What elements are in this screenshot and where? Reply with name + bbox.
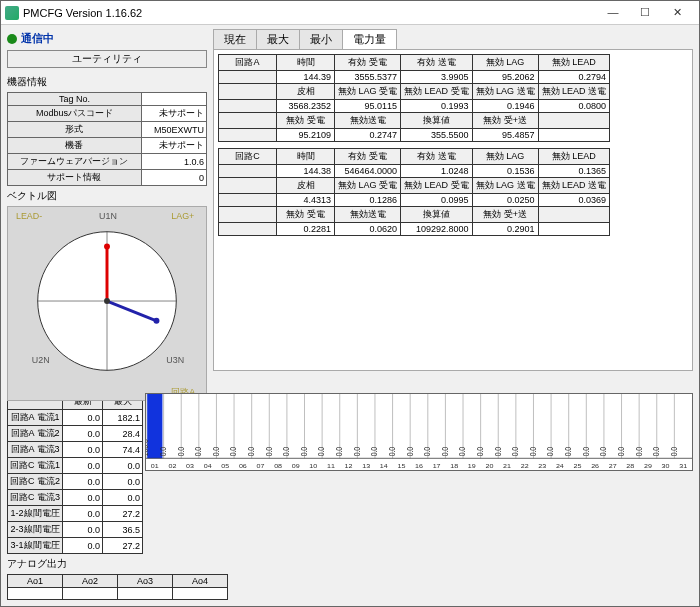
value-cell: 0.0995: [401, 194, 473, 207]
main-tabs: 現在最大最小電力量: [213, 29, 693, 49]
sub-header: 無効 LEAD 送電: [538, 178, 610, 194]
vector-label: ベクトル図: [7, 188, 207, 204]
harm-latest: 0.0: [63, 506, 103, 522]
info-val: 0: [141, 170, 206, 186]
sub-header: 無効 受+送: [472, 113, 538, 129]
bar-value: 0.0: [176, 447, 186, 456]
tab-現在[interactable]: 現在: [213, 29, 257, 49]
value-cell: 355.5500: [401, 129, 473, 142]
harm-max: 27.2: [103, 538, 143, 554]
bar-value: 0.0: [528, 447, 538, 456]
ao-value: [63, 588, 118, 600]
sub-header: [538, 113, 610, 129]
bar-value: 0.0: [493, 447, 503, 456]
harm-max: 0.0: [103, 474, 143, 490]
sub-header: 無効 受+送: [472, 207, 538, 223]
ao-value: [8, 588, 63, 600]
ao-value: [173, 588, 228, 600]
bar-category: 23: [538, 463, 546, 469]
harm-latest: 0.0: [63, 442, 103, 458]
value-cell: 546464.0000: [335, 165, 401, 178]
sub-header: 無効送電: [335, 113, 401, 129]
value-cell: 0.1286: [335, 194, 401, 207]
bar-category: 08: [274, 463, 282, 469]
close-button[interactable]: ✕: [667, 6, 687, 19]
info-key: ファームウェアバージョン: [8, 154, 142, 170]
col-header: 時間: [277, 55, 335, 71]
bar-category: 30: [662, 463, 670, 469]
col-header: 無効 LAG: [472, 55, 538, 71]
value-cell: 144.38: [277, 165, 335, 178]
bar-category: 15: [397, 463, 405, 469]
sub-header: 無効 LAG 受電: [335, 84, 401, 100]
bar-category: 04: [204, 463, 212, 469]
bar-category: 11: [327, 463, 335, 469]
value-cell: 144.39: [277, 71, 335, 84]
harm-row-label: 2-3線間電圧: [8, 522, 63, 538]
value-cell: 0.1946: [472, 100, 538, 113]
bar-value: 0.0: [651, 447, 661, 456]
maximize-button[interactable]: ☐: [635, 6, 655, 19]
main-content: 回路A時間有効 受電有効 送電無効 LAG無効 LEAD144.393555.5…: [213, 49, 693, 371]
value-cell: 1.0248: [401, 165, 473, 178]
bar-value: 0.0: [264, 447, 274, 456]
row-spacer: [219, 194, 277, 207]
tab-電力量[interactable]: 電力量: [342, 29, 397, 49]
sub-header: 無効 受電: [277, 207, 335, 223]
lag-label: LAG+: [171, 211, 194, 221]
sub-header: 無効 LAG 送電: [472, 178, 538, 194]
harm-latest: 0.0: [63, 474, 103, 490]
sub-header: 換算値: [401, 113, 473, 129]
sub-header: 皮相: [277, 178, 335, 194]
value-cell: 0.1365: [538, 165, 610, 178]
bar-value: 0.0: [246, 447, 256, 456]
comm-status-dot: [7, 34, 17, 44]
bar-category: 10: [309, 463, 317, 469]
info-key: Tag No.: [8, 93, 142, 106]
app-window: PMCFG Version 1.16.62 — ☐ ✕ 通信中 ユーティリティ …: [0, 0, 700, 607]
bar-value: 100.0: [146, 439, 151, 456]
sub-header: 無効 受電: [277, 113, 335, 129]
bar-value: 0.0: [387, 447, 397, 456]
sub-header: 無効 LAG 送電: [472, 84, 538, 100]
bar-value: 0.0: [282, 447, 292, 456]
col-header: 有効 受電: [335, 149, 401, 165]
harmonic-bars: 100.0010.0020.0030.0040.0050.0060.0070.0…: [145, 393, 693, 471]
bar-category: 18: [450, 463, 458, 469]
bar-category: 27: [609, 463, 617, 469]
value-cell: 0.2747: [335, 129, 401, 142]
bar-category: 13: [362, 463, 370, 469]
bar-category: 14: [380, 463, 388, 469]
data-table: 回路A時間有効 受電有効 送電無効 LAG無効 LEAD144.393555.5…: [218, 54, 610, 142]
tab-最大[interactable]: 最大: [256, 29, 300, 49]
info-key: Modbusパスコード: [8, 106, 142, 122]
harm-max: 0.0: [103, 458, 143, 474]
bar-value: 0.0: [475, 447, 485, 456]
harm-max: 36.5: [103, 522, 143, 538]
lead-label: LEAD-: [16, 211, 42, 221]
bar-value: 0.0: [511, 447, 521, 456]
bar-value: 0.0: [634, 447, 644, 456]
bar-value: 0.0: [405, 447, 415, 456]
ao-header: Ao4: [173, 575, 228, 588]
row-spacer: [219, 223, 277, 236]
u3n-label: U3N: [166, 355, 184, 365]
col-header: 有効 受電: [335, 55, 401, 71]
bar-category: 31: [679, 463, 687, 469]
bar-value: 0.0: [458, 447, 468, 456]
harm-row-label: 回路C 電流1: [8, 458, 63, 474]
tab-最小[interactable]: 最小: [299, 29, 343, 49]
app-icon: [5, 6, 19, 20]
bar-value: 0.0: [669, 447, 679, 456]
info-val: M50EXWTU: [141, 122, 206, 138]
bar-category: 06: [239, 463, 247, 469]
row-spacer: [219, 165, 277, 178]
harm-row-label: 回路C 電流2: [8, 474, 63, 490]
ao-header: Ao1: [8, 575, 63, 588]
minimize-button[interactable]: —: [603, 6, 623, 19]
utility-button[interactable]: ユーティリティ: [7, 50, 207, 68]
bar-value: 0.0: [211, 447, 221, 456]
harm-latest: 0.0: [63, 538, 103, 554]
value-cell: 0.0800: [538, 100, 610, 113]
comm-status-text: 通信中: [21, 31, 54, 46]
